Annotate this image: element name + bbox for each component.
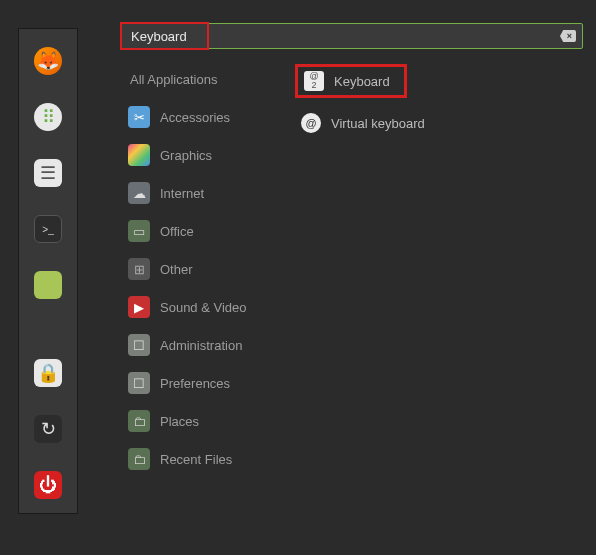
category-label: Sound & Video <box>160 300 247 315</box>
internet-icon: ☁ <box>128 182 150 204</box>
category-label: Graphics <box>160 148 212 163</box>
category-label: Recent Files <box>160 452 232 467</box>
power-icon[interactable]: ⏻ <box>34 471 62 499</box>
category-label: Accessories <box>160 110 230 125</box>
places-icon: 🗀 <box>128 410 150 432</box>
settings-icon[interactable]: ☰ <box>34 159 62 187</box>
category-preferences[interactable]: ☐ Preferences <box>120 371 285 395</box>
administration-icon: ☐ <box>128 334 150 356</box>
category-office[interactable]: ▭ Office <box>120 219 285 243</box>
category-label: Places <box>160 414 199 429</box>
category-graphics[interactable]: Graphics <box>120 143 285 167</box>
category-label: Office <box>160 224 194 239</box>
keyboard-icon: @2 <box>304 71 324 91</box>
lock-icon[interactable]: 🔒 <box>34 359 62 387</box>
category-administration[interactable]: ☐ Administration <box>120 333 285 357</box>
sound-video-icon: ▶ <box>128 296 150 318</box>
firefox-icon[interactable]: 🦊 <box>34 47 62 75</box>
favorites-sidebar: 🦊 ⠿ ☰ >_ 🔒 ↻ ⏻ <box>18 28 78 514</box>
result-keyboard[interactable]: @2 Keyboard <box>295 64 407 98</box>
files-icon[interactable] <box>34 271 62 299</box>
clear-search-icon[interactable]: × <box>560 30 576 42</box>
results-list: @2 Keyboard @ Virtual keyboard <box>285 67 585 471</box>
terminal-icon[interactable]: >_ <box>34 215 62 243</box>
preferences-icon: ☐ <box>128 372 150 394</box>
office-icon: ▭ <box>128 220 150 242</box>
search-field[interactable]: × <box>120 23 583 49</box>
result-virtual-keyboard[interactable]: @ Virtual keyboard <box>295 110 585 136</box>
category-label: Preferences <box>160 376 230 391</box>
result-label: Virtual keyboard <box>331 116 425 131</box>
category-sound-video[interactable]: ▶ Sound & Video <box>120 295 285 319</box>
category-label: Other <box>160 262 193 277</box>
category-all-applications[interactable]: All Applications <box>120 67 285 91</box>
category-label: All Applications <box>128 72 217 87</box>
logout-icon[interactable]: ↻ <box>34 415 62 443</box>
category-internet[interactable]: ☁ Internet <box>120 181 285 205</box>
graphics-icon <box>128 144 150 166</box>
recent-files-icon: 🗀 <box>128 448 150 470</box>
virtual-keyboard-icon: @ <box>301 113 321 133</box>
menu-main: × All Applications ✂ Accessories Graphic… <box>120 23 585 471</box>
search-input[interactable] <box>131 29 552 44</box>
category-list: All Applications ✂ Accessories Graphics … <box>120 67 285 471</box>
category-label: Internet <box>160 186 204 201</box>
category-label: Administration <box>160 338 242 353</box>
other-icon: ⊞ <box>128 258 150 280</box>
apps-icon[interactable]: ⠿ <box>34 103 62 131</box>
category-places[interactable]: 🗀 Places <box>120 409 285 433</box>
category-accessories[interactable]: ✂ Accessories <box>120 105 285 129</box>
result-label: Keyboard <box>334 74 390 89</box>
accessories-icon: ✂ <box>128 106 150 128</box>
category-recent-files[interactable]: 🗀 Recent Files <box>120 447 285 471</box>
category-other[interactable]: ⊞ Other <box>120 257 285 281</box>
